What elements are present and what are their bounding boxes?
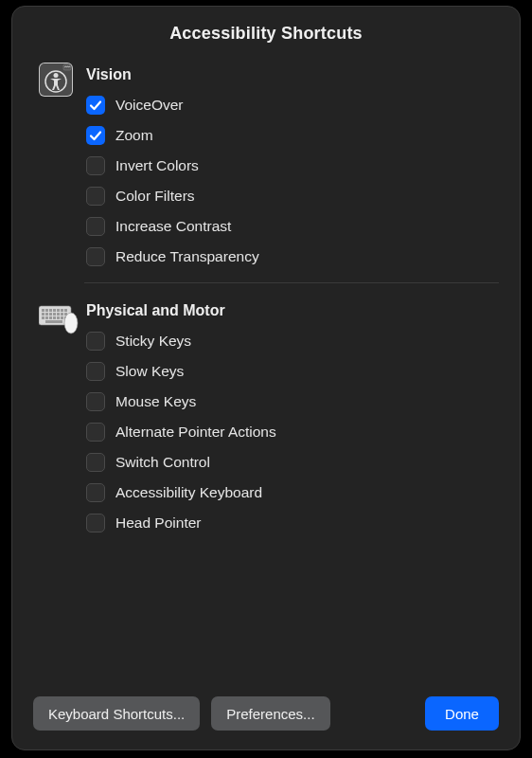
label-mouse-keys: Mouse Keys	[115, 393, 196, 410]
option-accessibility-keyboard[interactable]: Accessibility Keyboard	[86, 480, 499, 505]
panel-title: Accessibility Shortcuts	[33, 24, 499, 44]
checkbox-switch-control[interactable]	[86, 453, 105, 472]
done-button[interactable]: Done	[425, 696, 499, 731]
checkbox-increase-contrast[interactable]	[86, 217, 105, 236]
label-switch-control: Switch Control	[115, 454, 210, 471]
checkbox-slow-keys[interactable]	[86, 362, 105, 381]
svg-rect-25	[61, 316, 63, 319]
option-invert-colors[interactable]: Invert Colors	[86, 153, 499, 178]
option-slow-keys[interactable]: Slow Keys	[86, 359, 499, 384]
option-reduce-transparency[interactable]: Reduce Transparency	[86, 244, 499, 269]
checkbox-voiceover[interactable]	[86, 96, 105, 115]
option-mouse-keys[interactable]: Mouse Keys	[86, 389, 499, 414]
svg-rect-7	[45, 309, 48, 312]
svg-rect-18	[61, 313, 63, 316]
option-sticky-keys[interactable]: Sticky Keys	[86, 329, 499, 353]
option-increase-contrast[interactable]: Increase Contrast	[86, 214, 499, 239]
checkbox-alternate-pointer-actions[interactable]	[86, 423, 105, 442]
checkbox-accessibility-keyboard[interactable]	[86, 483, 105, 502]
svg-rect-16	[53, 313, 56, 316]
option-switch-control[interactable]: Switch Control	[86, 450, 499, 475]
option-zoom[interactable]: Zoom	[86, 123, 499, 148]
checkbox-reduce-transparency[interactable]	[86, 247, 105, 266]
svg-rect-17	[57, 313, 60, 316]
label-head-pointer: Head Pointer	[115, 514, 201, 532]
checkbox-color-filters[interactable]	[86, 187, 105, 206]
label-color-filters: Color Filters	[115, 188, 195, 205]
svg-rect-8	[49, 309, 52, 312]
preferences-button[interactable]: Preferences...	[211, 696, 329, 731]
label-increase-contrast: Increase Contrast	[115, 218, 231, 235]
vision-options-list: VoiceOver Zoom Invert Colors Color Filte…	[86, 93, 499, 269]
checkbox-zoom[interactable]	[86, 126, 105, 145]
svg-rect-11	[61, 309, 63, 312]
svg-rect-21	[45, 316, 48, 319]
section-vision: Vision VoiceOver Zoom Invert Colors	[33, 63, 499, 269]
checkbox-invert-colors[interactable]	[86, 156, 105, 175]
section-vision-body: Vision VoiceOver Zoom Invert Colors	[86, 63, 499, 269]
label-reduce-transparency: Reduce Transparency	[115, 248, 259, 265]
label-zoom: Zoom	[115, 127, 153, 144]
section-physical-motor-title: Physical and Motor	[86, 302, 499, 319]
option-voiceover[interactable]: VoiceOver	[86, 93, 499, 117]
label-voiceover: VoiceOver	[115, 97, 184, 114]
option-color-filters[interactable]: Color Filters	[86, 184, 499, 208]
label-accessibility-keyboard: Accessibility Keyboard	[115, 484, 262, 501]
svg-rect-14	[45, 313, 48, 316]
svg-rect-10	[57, 309, 60, 312]
svg-rect-6	[42, 309, 44, 312]
checkbox-head-pointer[interactable]	[86, 514, 105, 532]
option-head-pointer[interactable]: Head Pointer	[86, 511, 499, 535]
label-slow-keys: Slow Keys	[115, 363, 184, 380]
svg-rect-13	[42, 313, 44, 316]
accessibility-icon	[39, 63, 73, 97]
svg-point-3	[54, 73, 59, 78]
svg-rect-23	[53, 316, 56, 319]
section-divider	[84, 282, 499, 283]
label-sticky-keys: Sticky Keys	[115, 333, 191, 350]
label-alternate-pointer-actions: Alternate Pointer Actions	[115, 424, 276, 441]
checkbox-sticky-keys[interactable]	[86, 332, 105, 351]
svg-rect-15	[49, 313, 52, 316]
keyboard-shortcuts-button[interactable]: Keyboard Shortcuts...	[33, 696, 200, 731]
section-physical-motor: Physical and Motor Sticky Keys Slow Keys…	[33, 298, 499, 535]
physical-motor-options-list: Sticky Keys Slow Keys Mouse Keys Alterna…	[86, 329, 499, 535]
svg-rect-24	[57, 316, 60, 319]
svg-point-28	[64, 313, 78, 334]
checkbox-mouse-keys[interactable]	[86, 392, 105, 411]
section-physical-motor-body: Physical and Motor Sticky Keys Slow Keys…	[86, 298, 499, 535]
option-alternate-pointer-actions[interactable]: Alternate Pointer Actions	[86, 420, 499, 444]
svg-rect-22	[49, 316, 52, 319]
flex-spacer	[33, 535, 499, 685]
svg-rect-9	[53, 309, 56, 312]
label-invert-colors: Invert Colors	[115, 157, 199, 174]
section-vision-title: Vision	[86, 66, 499, 83]
button-row: Keyboard Shortcuts... Preferences... Don…	[33, 696, 499, 731]
svg-rect-12	[64, 309, 67, 312]
keyboard-mouse-icon	[39, 300, 79, 334]
svg-rect-20	[42, 316, 44, 319]
accessibility-shortcuts-panel: Accessibility Shortcuts Vision Voi	[11, 6, 521, 750]
svg-rect-27	[45, 320, 62, 323]
